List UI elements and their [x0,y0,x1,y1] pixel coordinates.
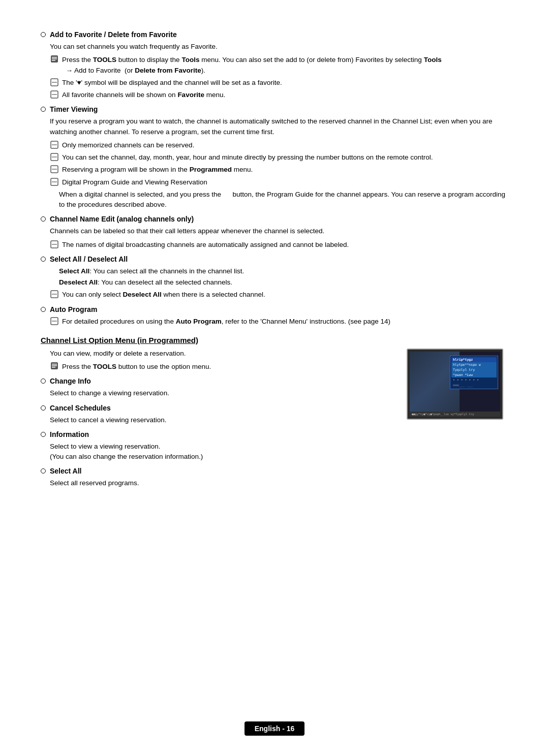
section-timer-viewing: Timer Viewing If you reserve a program y… [41,105,508,210]
title-cancel-schedules: Cancel Schedules [50,404,111,412]
svg-rect-1 [52,57,57,58]
channel-list-intro: You can view, modify or delete a reserva… [50,349,396,359]
tv-row-2: hlytpe**nspo w [451,362,497,367]
bullet-change-info [41,379,46,384]
tv-row-6: www___ ___ [451,383,497,388]
sub-note-timer: When a digital channel is selected, and … [59,190,508,210]
channel-list-section: Channel List Option Menu (in Programmed)… [41,336,508,494]
svg-rect-3 [52,60,55,61]
body-add-to-favorite: You can set channels you watch frequentl… [50,42,508,52]
bullet-cancel-schedules [41,405,46,411]
tv-row-5: • • • • • • • [451,377,497,383]
body-select-all-channel: Select all reserved programs. [50,478,396,488]
note-icon-channel-name-1 [50,240,59,250]
section-add-to-favorite: Add to Favorite / Delete from Favorite Y… [41,30,508,100]
note-text-timer-1: Only memorized channels can be reserved. [62,140,194,150]
note-timer-4: Digital Program Guide and Viewing Reserv… [50,177,508,187]
title-auto-program: Auto Program [50,305,97,313]
bullet-information [41,432,46,437]
body-timer-viewing: If you reserve a program you want to wat… [50,116,508,137]
note-text-tools-add-favorite: Press the TOOLS button to display the To… [62,55,442,76]
body-information: Select to view a viewing reservation. (Y… [50,442,396,462]
channel-list-two-col: You can view, modify or delete a reserva… [41,349,508,494]
title-change-info: Change Info [50,377,91,385]
section-select-all: Select All / Deselect All Select All: Yo… [41,255,508,300]
title-timer-viewing: Timer Viewing [50,105,98,113]
tv-screenshot-inner: hlrip*tygz hlytpe**nspo w Tyqzlyl try *p… [408,350,502,419]
bullet-add-to-favorite [41,32,46,37]
svg-rect-23 [52,364,57,365]
note-auto-program-1: For detailed procedures on using the Aut… [50,317,508,327]
note-text-tools-channel-list: Press the TOOLS button to use the option… [62,362,211,372]
tools-icon-channel-list [50,362,59,371]
select-all-body-1: Select All: You can select all the chann… [59,266,508,276]
svg-rect-24 [52,365,57,366]
channel-list-left-col: You can view, modify or delete a reserva… [41,349,396,494]
bullet-auto-program [41,307,46,312]
note-tools-add-favorite: Press the TOOLS button to display the To… [50,55,508,76]
page-content: Add to Favorite / Delete from Favorite Y… [0,0,549,542]
note-icon-select-all-1 [50,290,59,300]
page-footer: English - 16 [0,721,549,736]
body-channel-name-edit: Channels can be labeled so that their ca… [50,226,508,236]
note-timer-2: You can set the channel, day, month, yea… [50,152,508,163]
note-select-all-1: You can only select Deselect All when th… [50,290,508,300]
bullet-select-all [41,257,46,262]
note-text-select-all-1: You can only select Deselect All when th… [62,290,265,300]
section-channel-name-edit: Channel Name Edit (analog channels only)… [41,215,508,250]
bullet-select-all-channel [41,468,46,474]
section-auto-program: Auto Program For detailed procedures on … [41,305,508,327]
note-text-timer-3: Reserving a program will be shown in the… [62,165,253,175]
channel-list-title: Channel List Option Menu (in Programmed) [41,336,508,344]
note-icon-auto-program-1 [50,317,59,327]
select-all-body-2: Deselect All: You can deselect all the s… [59,277,508,288]
title-add-to-favorite: Add to Favorite / Delete from Favorite [50,30,177,39]
note-text-timer-4: Digital Program Guide and Viewing Reserv… [62,177,207,187]
tv-row-3: Tyqzlyl try [451,367,497,372]
svg-rect-2 [52,58,57,59]
tv-row-1: hlrip*tygz [451,357,497,362]
note-text-timer-2: You can set the channel, day, month, yea… [62,152,433,163]
section-information: Information Select to view a viewing res… [41,430,396,462]
tools-icon-add-favorite [50,55,59,64]
tv-screenshot-container: hlrip*tygz hlytpe**nspo w Tyqzlyl try *p… [407,349,508,494]
note-icon-favorite-menu [50,90,59,100]
note-text-channel-name-1: The names of digital broadcasting channe… [62,240,349,250]
note-text-favorite-menu: All favorite channels will be shown on F… [62,90,225,100]
title-select-all: Select All / Deselect All [50,255,128,263]
bullet-channel-name-edit [41,216,46,222]
footer-label: English - 16 [245,721,305,736]
note-icon-timer-1 [50,141,59,150]
tv-screenshot: hlrip*tygz hlytpe**nspo w Tyqzlyl try *p… [407,349,503,420]
title-channel-name-edit: Channel Name Edit (analog channels only) [50,215,194,223]
note-icon-timer-3 [50,165,59,175]
note-timer-3: Reserving a program will be shown in the… [50,165,508,175]
title-information: Information [50,430,89,438]
body-cancel-schedules: Select to cancel a viewing reservation. [50,415,396,425]
body-change-info: Select to change a viewing reservation. [50,388,396,398]
section-cancel-schedules: Cancel Schedules Select to cancel a view… [41,404,396,425]
title-select-all-channel: Select All [50,467,82,475]
note-heart-symbol: The '♥' symbol will be displayed and the… [50,78,508,88]
note-timer-1: Only memorized channels can be reserved. [50,140,508,150]
section-select-all-channel: Select All Select all reserved programs. [41,467,396,488]
bullet-timer-viewing [41,107,46,112]
note-icon-heart [50,78,59,88]
note-tools-channel-list: Press the TOOLS button to use the option… [50,362,396,372]
note-channel-name-1: The names of digital broadcasting channe… [50,240,508,250]
svg-rect-25 [52,367,55,368]
tv-row-4: *pwan *Lww [451,372,497,377]
section-change-info: Change Info Select to change a viewing r… [41,377,396,398]
note-text-auto-program-1: For detailed procedures on using the Aut… [62,317,390,327]
note-icon-timer-2 [50,153,59,163]
note-icon-timer-4 [50,178,59,187]
note-favorite-menu: All favorite channels will be shown on F… [50,90,508,100]
note-text-heart: The '♥' symbol will be displayed and the… [62,78,282,88]
tv-bottom-bar-text: ■■gy*ty■*vy■*peph__lse vy*Tyqzlyl try [412,413,498,416]
